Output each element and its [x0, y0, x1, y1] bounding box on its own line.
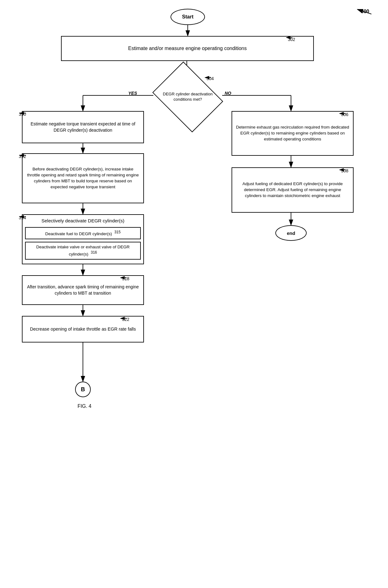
ref-arrow-310 — [18, 111, 28, 117]
svg-line-15 — [357, 9, 371, 14]
ref-arrow-306 — [338, 111, 347, 117]
box-314-title: Selectively deactivate DEGR cylinder(s) — [23, 217, 143, 226]
box-316: Deactivate intake valve or exhaust valve… — [25, 242, 141, 260]
box-314: Selectively deactivate DEGR cylinder(s) … — [22, 214, 144, 264]
box-310: Estimate negative torque transient expec… — [22, 111, 144, 143]
ref-arrow-322 — [119, 316, 128, 322]
box-312: Before deactivating DEGR cylinder(s), in… — [22, 153, 144, 203]
box-306: Determine exhaust gas recirculation requ… — [232, 111, 354, 156]
yes-label: YES — [128, 91, 137, 96]
b-circle: B — [75, 382, 91, 397]
ref-arrow-312 — [18, 153, 28, 159]
ref-arrow-308 — [338, 167, 347, 174]
no-label: NO — [225, 91, 231, 96]
box-308: Adjust fueling of dedicated EGR cylinder… — [232, 167, 354, 213]
diagram-container: Start 300 Estimate and/or measure engine… — [0, 0, 388, 588]
box-302: Estimate and/or measure engine operating… — [61, 36, 314, 61]
ref-arrow-314 — [18, 214, 28, 220]
ref-arrow-300 — [354, 6, 373, 16]
fig-label: FIG. 4 — [66, 403, 103, 409]
ref-arrow-318 — [119, 275, 128, 281]
ref-arrow-304 — [203, 75, 213, 81]
ref-arrow-302 — [285, 35, 294, 41]
end-oval: end — [275, 225, 307, 241]
box-315: Deactivate fuel to DEGR cylinder(s) 315 — [25, 227, 141, 239]
diamond-304: DEGR cylinder deactivation conditions me… — [160, 75, 216, 119]
start-oval: Start — [171, 9, 205, 25]
